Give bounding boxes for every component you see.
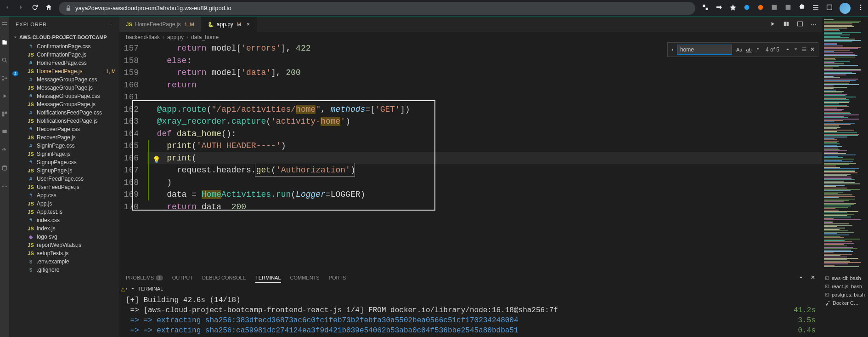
file-item[interactable]: JSApp.js xyxy=(9,200,119,208)
file-item[interactable]: #SigninPage.css xyxy=(9,142,119,150)
lightbulb-icon[interactable]: 💡 xyxy=(152,154,160,166)
code-line[interactable]: data = HomeActivities.run(Logger=LOGGER) xyxy=(147,188,822,201)
panel-close-icon[interactable] xyxy=(810,274,816,281)
editor-tab[interactable]: JSHomeFeedPage.js1, M xyxy=(119,17,201,32)
file-item[interactable]: $.gitignore xyxy=(9,266,119,274)
terminal-item[interactable]: react-js: bash xyxy=(825,282,865,291)
code-editor[interactable]: 1571581591601611621631641651661671681691… xyxy=(119,42,822,271)
code-line[interactable]: @app.route("/api/activities/home", metho… xyxy=(147,103,822,116)
terminal-header[interactable]: › TERMINAL xyxy=(119,284,822,293)
terminal-item[interactable]: aws-cli: bash xyxy=(825,274,865,282)
reload-button[interactable] xyxy=(31,4,39,12)
match-word-icon[interactable]: ab xyxy=(744,46,753,53)
code-lines[interactable]: return model['errors'], 422 else: return… xyxy=(147,42,822,271)
url-bar[interactable]: yaya2devops-awscloudpro-om3afrvbu1g.ws-e… xyxy=(59,2,695,15)
file-item[interactable]: JSsetupTests.js xyxy=(9,249,119,257)
file-item[interactable]: #index.css xyxy=(9,216,119,224)
scm-icon[interactable]: 2 xyxy=(1,75,8,83)
file-item[interactable]: JSMessageGroupPage.js xyxy=(9,84,119,92)
star-icon[interactable] xyxy=(729,4,737,12)
chevron-right-icon[interactable]: › xyxy=(671,46,674,53)
translate-icon[interactable] xyxy=(702,4,709,12)
explorer-icon[interactable] xyxy=(1,39,8,47)
file-item[interactable]: JSreportWebVitals.js xyxy=(9,241,119,249)
file-item[interactable]: #ConfirmationPage.css xyxy=(9,42,119,51)
file-item[interactable]: JSMessageGroupsPage.js xyxy=(9,100,119,109)
file-item[interactable]: #HomeFeedPage.css xyxy=(9,59,119,67)
ext-icon-3[interactable] xyxy=(771,4,778,12)
project-root[interactable]: AWS-CLOUD-PROJECT-BOOTCAMP xyxy=(9,32,119,42)
docker-icon[interactable] xyxy=(1,147,8,154)
ext-icon-2[interactable] xyxy=(757,4,764,12)
aws-icon[interactable] xyxy=(1,183,8,190)
file-item[interactable]: #App.css xyxy=(9,191,119,200)
prev-match-icon[interactable] xyxy=(785,46,790,53)
menu-icon[interactable] xyxy=(857,4,864,12)
file-item[interactable]: JSConfirmationPage.js xyxy=(9,51,119,59)
docker-containers[interactable]: Docker C… xyxy=(825,299,865,307)
tab-problems[interactable]: PROBLEMS1 xyxy=(126,273,163,282)
file-item[interactable]: JSSigninPage.js xyxy=(9,150,119,158)
file-item[interactable]: $.env.example xyxy=(9,257,119,266)
code-line[interactable]: ) xyxy=(147,177,822,189)
file-item[interactable]: #MessageGroupPage.css xyxy=(9,75,119,84)
regex-icon[interactable]: .* xyxy=(754,46,760,53)
code-line[interactable]: def data_home(): xyxy=(147,128,822,140)
forward-button[interactable] xyxy=(17,4,25,12)
terminal-body[interactable]: [+] Building 42.6s (14/18) => [aws-cloud… xyxy=(119,293,822,337)
code-line[interactable]: request.headers.get('Authorization') xyxy=(147,164,822,177)
file-item[interactable]: JSRecoverPage.js xyxy=(9,133,119,142)
file-item[interactable]: JSSignupPage.js xyxy=(9,166,119,175)
panel-maximize-icon[interactable] xyxy=(798,274,804,281)
close-icon[interactable]: × xyxy=(247,21,250,28)
crumb-0[interactable]: backend-flask xyxy=(126,34,160,40)
tab-debug-console[interactable]: DEBUG CONSOLE xyxy=(202,273,246,282)
home-button[interactable] xyxy=(45,4,52,12)
code-line[interactable] xyxy=(147,91,822,103)
avatar[interactable] xyxy=(840,3,851,14)
match-case-icon[interactable]: Aa xyxy=(735,46,744,53)
sidebar-more-icon[interactable]: ⋯ xyxy=(107,22,113,28)
file-item[interactable]: JSindex.js xyxy=(9,224,119,233)
ext-icon-4[interactable] xyxy=(784,4,792,12)
file-item[interactable]: JSUserFeedPage.js xyxy=(9,183,119,191)
file-item[interactable]: #RecoverPage.css xyxy=(9,125,119,133)
db-icon[interactable] xyxy=(1,165,8,172)
file-item[interactable]: ◆logo.svg xyxy=(9,233,119,241)
remote-icon[interactable] xyxy=(1,129,8,137)
file-item[interactable]: #NotificationsFeedPage.css xyxy=(9,109,119,117)
file-item[interactable]: #MessageGroupsPage.css xyxy=(9,92,119,100)
minimap[interactable] xyxy=(822,17,868,271)
crumb-2[interactable]: data_home xyxy=(191,34,219,40)
search-icon[interactable] xyxy=(1,57,8,65)
code-line[interactable]: print('AUTH HEADER----') xyxy=(147,140,822,152)
ext-icon-1[interactable] xyxy=(743,4,750,12)
code-line[interactable]: @xray_recorder.capture('activity-home') xyxy=(147,115,822,128)
back-button[interactable] xyxy=(4,4,11,12)
list-icon[interactable] xyxy=(812,4,819,12)
run-icon[interactable] xyxy=(769,21,776,29)
debug-icon[interactable] xyxy=(1,93,8,101)
layout-icon[interactable] xyxy=(797,21,803,29)
tab-terminal[interactable]: TERMINAL xyxy=(255,273,281,283)
file-item[interactable]: #SignupPage.css xyxy=(9,158,119,166)
code-line[interactable]: print( xyxy=(147,152,822,165)
next-match-icon[interactable] xyxy=(793,46,799,53)
file-item[interactable]: JSApp.test.js xyxy=(9,208,119,216)
menu-icon[interactable] xyxy=(1,21,8,29)
tab-output[interactable]: OUTPUT xyxy=(172,273,193,282)
selection-icon[interactable] xyxy=(801,46,807,53)
split-icon[interactable] xyxy=(783,21,789,29)
tab-ports[interactable]: PORTS xyxy=(329,273,346,282)
close-icon[interactable] xyxy=(810,46,815,53)
code-line[interactable]: return data 200 xyxy=(147,201,822,213)
share-icon[interactable] xyxy=(716,4,723,12)
tab-comments[interactable]: COMMENTS xyxy=(290,273,320,282)
window-icon[interactable] xyxy=(826,4,833,12)
puzzle-icon[interactable] xyxy=(798,4,806,12)
find-input[interactable] xyxy=(677,45,732,55)
code-line[interactable]: return xyxy=(147,79,822,91)
tab-more-icon[interactable]: ⋯ xyxy=(811,21,817,28)
crumb-1[interactable]: app.py xyxy=(167,34,184,40)
terminal-item[interactable]: postgres: bash xyxy=(825,291,865,299)
